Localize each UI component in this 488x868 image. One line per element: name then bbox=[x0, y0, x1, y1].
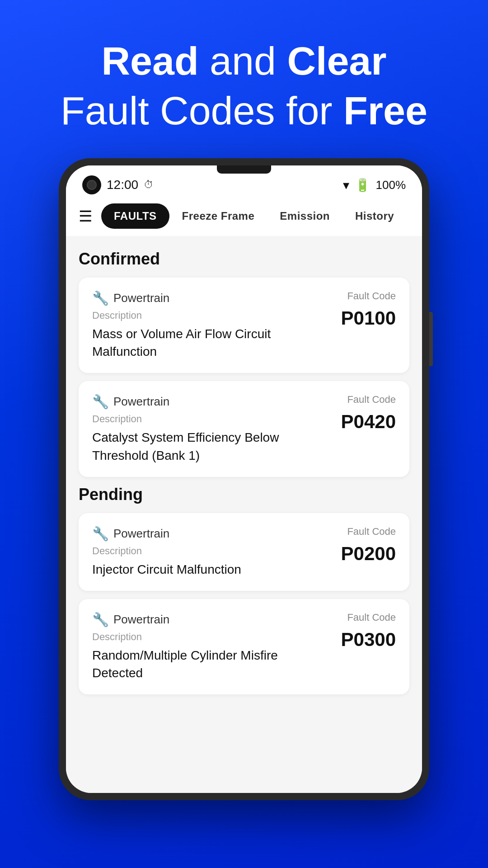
fault-code-value: P0300 bbox=[341, 630, 396, 649]
fault-code-value: P0100 bbox=[341, 309, 396, 328]
wifi-icon: ▾ bbox=[343, 178, 349, 193]
hero-line2-normal: Fault Codes for bbox=[61, 88, 333, 133]
status-time: 12:00 bbox=[107, 178, 138, 192]
phone-screen: 12:00 ⏱ ▾ 🔋 100% ☰ FAULTS Freeze Frame E… bbox=[66, 165, 422, 793]
card-left: Description Mass or Volume Air Flow Circ… bbox=[92, 309, 309, 360]
nav-bar: ☰ FAULTS Freeze Frame Emission History bbox=[66, 199, 422, 236]
engine-icon: 🔧 bbox=[92, 612, 109, 627]
system-name: Powertrain bbox=[113, 395, 169, 409]
card-header: 🔧 Powertrain Fault Code bbox=[92, 394, 396, 410]
card-body: Description Catalyst System Efficiency B… bbox=[92, 412, 396, 464]
system-label: 🔧 Powertrain bbox=[92, 290, 169, 306]
fault-card-p0420[interactable]: 🔧 Powertrain Fault Code Description Cata… bbox=[79, 381, 409, 476]
description-label: Description bbox=[92, 413, 309, 425]
fault-description: Catalyst System Efficiency Below Thresho… bbox=[92, 429, 309, 464]
fault-card-p0200[interactable]: 🔧 Powertrain Fault Code Description Inje… bbox=[79, 513, 409, 591]
content-area: Confirmed 🔧 Powertrain Fault Code Descri… bbox=[66, 236, 422, 793]
fault-card-p0300[interactable]: 🔧 Powertrain Fault Code Description Rand… bbox=[79, 599, 409, 694]
hero-bold-read: Read bbox=[101, 38, 198, 83]
battery-level: 100% bbox=[376, 178, 406, 192]
signal-icon: 🔋 bbox=[355, 178, 371, 193]
fault-description: Random/Multiple Cylinder Misfire Detecte… bbox=[92, 646, 309, 682]
card-header: 🔧 Powertrain Fault Code bbox=[92, 290, 396, 306]
tab-history[interactable]: History bbox=[343, 203, 407, 229]
system-name: Powertrain bbox=[113, 291, 169, 305]
card-body: Description Injector Circuit Malfunction… bbox=[92, 544, 396, 578]
tab-freeze-frame[interactable]: Freeze Frame bbox=[169, 203, 267, 229]
card-left: Description Random/Multiple Cylinder Mis… bbox=[92, 630, 309, 682]
engine-icon: 🔧 bbox=[92, 394, 109, 410]
engine-icon: 🔧 bbox=[92, 290, 109, 306]
phone-notch bbox=[217, 165, 271, 174]
camera-icon bbox=[82, 175, 101, 194]
section-confirmed-title: Confirmed bbox=[79, 250, 409, 269]
description-label: Description bbox=[92, 545, 241, 557]
fault-description: Injector Circuit Malfunction bbox=[92, 561, 241, 578]
card-left: Description Catalyst System Efficiency B… bbox=[92, 412, 309, 464]
hero-bold-clear: Clear bbox=[287, 38, 386, 83]
status-left: 12:00 ⏱ bbox=[82, 175, 154, 194]
camera-lens bbox=[87, 180, 97, 190]
system-label: 🔧 Powertrain bbox=[92, 612, 169, 627]
timer-icon: ⏱ bbox=[144, 179, 154, 191]
system-label: 🔧 Powertrain bbox=[92, 526, 169, 542]
system-name: Powertrain bbox=[113, 613, 169, 627]
card-header: 🔧 Powertrain Fault Code bbox=[92, 612, 396, 627]
system-label: 🔧 Powertrain bbox=[92, 394, 169, 410]
fault-code-label: Fault Code bbox=[347, 526, 396, 538]
card-body: Description Random/Multiple Cylinder Mis… bbox=[92, 630, 396, 682]
hero-section: Read and Clear Fault Codes for Free bbox=[33, 0, 455, 158]
fault-description: Mass or Volume Air Flow Circuit Malfunct… bbox=[92, 325, 309, 360]
description-label: Description bbox=[92, 310, 309, 321]
card-body: Description Mass or Volume Air Flow Circ… bbox=[92, 309, 396, 360]
card-header: 🔧 Powertrain Fault Code bbox=[92, 526, 396, 542]
fault-code-value: P0200 bbox=[341, 544, 396, 563]
engine-icon: 🔧 bbox=[92, 526, 109, 542]
system-name: Powertrain bbox=[113, 527, 169, 541]
section-pending-title: Pending bbox=[79, 485, 409, 504]
hero-bold-free: Free bbox=[343, 88, 427, 133]
section-pending: Pending 🔧 Powertrain Fault Code Descript… bbox=[79, 485, 409, 695]
menu-icon[interactable]: ☰ bbox=[79, 207, 92, 225]
hero-and: and bbox=[210, 38, 276, 83]
fault-card-p0100[interactable]: 🔧 Powertrain Fault Code Description Mass… bbox=[79, 278, 409, 373]
card-left: Description Injector Circuit Malfunction bbox=[92, 544, 241, 578]
section-confirmed: Confirmed 🔧 Powertrain Fault Code Descri… bbox=[79, 250, 409, 477]
tab-faults[interactable]: FAULTS bbox=[101, 203, 169, 229]
fault-code-value: P0420 bbox=[341, 412, 396, 431]
fault-code-label: Fault Code bbox=[347, 394, 396, 406]
tab-emission[interactable]: Emission bbox=[267, 203, 343, 229]
status-right: ▾ 🔋 100% bbox=[343, 178, 406, 193]
phone-side-button bbox=[429, 312, 433, 366]
fault-code-label: Fault Code bbox=[347, 612, 396, 623]
fault-code-label: Fault Code bbox=[347, 290, 396, 302]
phone-mockup: 12:00 ⏱ ▾ 🔋 100% ☰ FAULTS Freeze Frame E… bbox=[59, 158, 429, 800]
description-label: Description bbox=[92, 631, 309, 643]
